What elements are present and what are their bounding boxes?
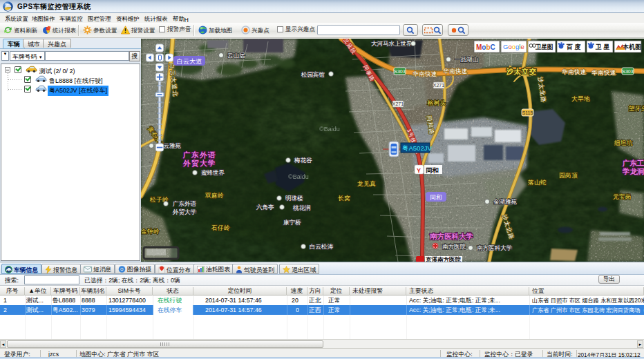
svg-text:蜜蜂世界: 蜜蜂世界 xyxy=(201,169,225,176)
svg-text:X271: X271 xyxy=(433,83,444,88)
svg-text:华南快速: 华南快速 xyxy=(562,68,587,75)
svg-text:广东外语: 广东外语 xyxy=(182,151,216,159)
svg-text:华南快速: 华南快速 xyxy=(413,70,437,77)
svg-text:松园宾馆: 松园宾馆 xyxy=(301,71,325,78)
svg-text:大旱地: 大旱地 xyxy=(571,95,590,102)
svg-text:卫星图: 卫星图 xyxy=(535,43,553,50)
svg-text:S303: S303 xyxy=(622,69,633,74)
svg-text:X271: X271 xyxy=(392,101,404,106)
svg-text:粤A502JV: 粤A502JV xyxy=(401,144,432,152)
svg-text:外贸大学: 外贸大学 xyxy=(182,159,216,168)
svg-text:六角亭: 六角亭 xyxy=(256,204,274,211)
svg-text:学龙洞: 学龙洞 xyxy=(622,167,644,175)
svg-text:南方医科大学: 南方医科大学 xyxy=(430,232,473,240)
svg-text:Google: Google xyxy=(503,43,524,50)
svg-text:百 度: 百 度 xyxy=(566,43,581,50)
svg-text:金湖雅苑: 金湖雅苑 xyxy=(493,198,518,205)
svg-text:园岗顶: 园岗顶 xyxy=(559,172,578,179)
svg-text:望牙头: 望牙头 xyxy=(629,105,644,112)
svg-text:一品湖山: 一品湖山 xyxy=(455,56,478,63)
svg-text:同和: 同和 xyxy=(426,166,439,174)
svg-text:沙太立交: 沙太立交 xyxy=(506,68,537,75)
svg-text:白云松涛: 白云松涛 xyxy=(310,243,334,250)
svg-text:桃花涧: 桃花涧 xyxy=(293,204,311,211)
svg-text:白云大道: 白云大道 xyxy=(177,58,202,65)
svg-text:广东外语: 广东外语 xyxy=(173,200,197,207)
svg-text:广东工: 广东工 xyxy=(622,159,644,167)
svg-text:同和: 同和 xyxy=(430,194,442,201)
svg-text:长窝: 长窝 xyxy=(338,195,350,202)
svg-text:S303: S303 xyxy=(394,69,405,74)
svg-text:云山居: 云山居 xyxy=(227,52,245,59)
svg-text:石仔岭: 石仔岭 xyxy=(211,224,230,231)
svg-text:大河马水上世界: 大河马水上世界 xyxy=(371,40,413,47)
svg-text:S115: S115 xyxy=(522,110,533,115)
svg-text:南方医科大学: 南方医科大学 xyxy=(477,244,513,251)
svg-text:MobC: MobC xyxy=(476,43,495,51)
svg-text:卫 星: 卫 星 xyxy=(595,43,610,50)
svg-text:金钟岭: 金钟岭 xyxy=(141,228,160,235)
svg-text:康宁桥: 康宁桥 xyxy=(283,219,301,226)
svg-text:南方医院: 南方医院 xyxy=(442,243,466,250)
svg-text:梅花谷: 梅花谷 xyxy=(294,157,312,164)
svg-text:外贸大学: 外贸大学 xyxy=(173,208,197,215)
svg-text:华南快速: 华南快速 xyxy=(443,68,468,75)
svg-text:华南快速: 华南快速 xyxy=(591,69,616,76)
svg-text:明珠楼: 明珠楼 xyxy=(285,195,303,202)
svg-text:京溪南方医院: 京溪南方医院 xyxy=(425,256,462,262)
svg-text:双麻岭: 双麻岭 xyxy=(205,192,224,199)
svg-text:榕树头: 榕树头 xyxy=(427,99,446,106)
svg-text:龙见真: 龙见真 xyxy=(357,180,376,187)
svg-text:元宝岗: 元宝岗 xyxy=(613,193,632,200)
svg-text:落山蛇: 落山蛇 xyxy=(528,179,547,186)
svg-text:Y: Y xyxy=(417,167,421,174)
svg-text:©Baidu: ©Baidu xyxy=(288,173,309,180)
svg-text:©Baidu: ©Baidu xyxy=(319,126,340,133)
svg-text:细坦坑: 细坦坑 xyxy=(614,139,633,146)
